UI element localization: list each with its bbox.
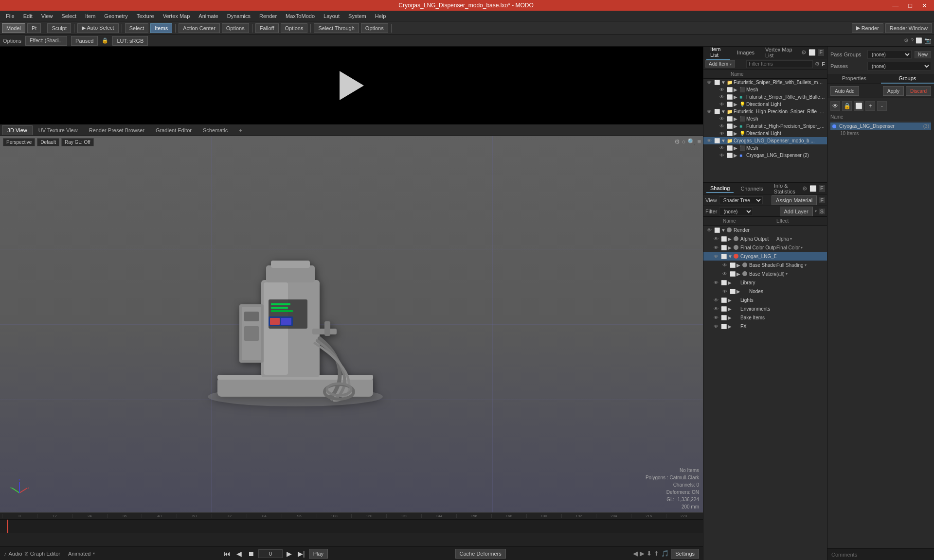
- shader-vis-fc[interactable]: 👁: [712, 245, 720, 250]
- vis-render-m2[interactable]: ⬜: [726, 116, 734, 122]
- tree-item-group3[interactable]: 👁 ⬜ ▼ 📁 Cryogas_LNG_Dispenser_modo_b ...: [703, 137, 827, 144]
- pb-icon3[interactable]: ⬇: [647, 550, 652, 557]
- shader-library[interactable]: 👁 ⬜ ▶ Library: [703, 278, 827, 287]
- shader-vis-fc2[interactable]: ⬜: [720, 245, 728, 250]
- shader-base-material[interactable]: 👁 ⬜ ▶ Base Material (all) ▾: [703, 269, 827, 278]
- cache-deformers-btn[interactable]: Cache Deformers: [455, 549, 506, 559]
- groups-lock-btn[interactable]: 🔒: [842, 101, 852, 111]
- fc-dropdown[interactable]: ▾: [801, 245, 803, 250]
- tab-images[interactable]: Images: [733, 49, 758, 56]
- sculpt-button[interactable]: Sculpt: [47, 23, 71, 33]
- select-button[interactable]: Select: [125, 23, 149, 33]
- expand-i3[interactable]: ▶: [734, 153, 739, 158]
- expand-arrow-1[interactable]: ▼: [721, 80, 727, 85]
- vis-render-i3[interactable]: ⬜: [726, 153, 734, 158]
- shader-vis-alpha[interactable]: 👁: [712, 236, 720, 242]
- tab-groups[interactable]: Groups: [881, 74, 934, 84]
- shader-bake-items[interactable]: 👁 ⬜ ▶ Bake Items: [703, 313, 827, 322]
- items-button[interactable]: Items: [150, 23, 172, 33]
- groups-collapse-btn[interactable]: -: [877, 101, 887, 111]
- options2-button[interactable]: Options: [281, 23, 308, 33]
- vis-eye-m1[interactable]: 👁: [718, 87, 726, 92]
- shader-expand-bake[interactable]: ▶: [728, 315, 734, 320]
- shading-maximize-icon[interactable]: ⬜: [809, 185, 817, 192]
- vis-eye-i1[interactable]: 👁: [718, 94, 726, 100]
- menu-render[interactable]: Render: [255, 12, 281, 20]
- add-item-button[interactable]: Add Item ▾: [705, 60, 735, 68]
- animated-label[interactable]: Animated: [68, 551, 90, 557]
- new-pass-btn[interactable]: New: [915, 51, 931, 58]
- shader-vis-render[interactable]: 👁: [705, 228, 713, 233]
- passes-select[interactable]: (none): [867, 62, 931, 70]
- expand-g3[interactable]: ▼: [721, 138, 727, 143]
- shader-tree-select[interactable]: Shader Tree: [719, 196, 763, 204]
- shader-expand-env[interactable]: ▶: [728, 306, 734, 312]
- filter-items-input[interactable]: [746, 60, 813, 68]
- settings-btn[interactable]: Settings: [671, 549, 699, 559]
- audio-label[interactable]: Audio: [9, 551, 22, 557]
- shader-vis-env[interactable]: 👁: [712, 306, 720, 312]
- vis-eye-l2[interactable]: 👁: [718, 131, 726, 136]
- current-frame-input[interactable]: [258, 549, 283, 558]
- ray-gl-button[interactable]: Ray GL: Off: [61, 138, 94, 146]
- vis-eye-1[interactable]: 👁: [705, 80, 713, 85]
- vp-look-icon[interactable]: ○: [682, 138, 686, 145]
- maximize-viewport-icon[interactable]: ⬜: [916, 37, 922, 44]
- paused-button[interactable]: Paused: [71, 36, 98, 46]
- graph-editor-label[interactable]: Graph Editor: [30, 551, 60, 557]
- shader-vis-render2[interactable]: ⬜: [713, 228, 721, 233]
- groups-eye-btn[interactable]: 👁: [830, 101, 840, 111]
- shader-vis-fx[interactable]: 👁: [712, 324, 720, 329]
- menu-texture[interactable]: Texture: [133, 12, 158, 20]
- play-fwd-btn[interactable]: ▶: [285, 550, 294, 558]
- menu-geometry[interactable]: Geometry: [100, 12, 131, 20]
- expand-m3[interactable]: ▶: [734, 145, 739, 151]
- expand-g2[interactable]: ▼: [721, 109, 727, 114]
- skip-start-btn[interactable]: ⏮: [222, 550, 233, 558]
- viewport-3d[interactable]: Perspective Default Ray GL: Off ⚙ ○ 🔍 ≡: [0, 136, 703, 512]
- menu-vertex-map[interactable]: Vertex Map: [159, 12, 194, 20]
- bm-dropdown[interactable]: ▾: [786, 272, 788, 276]
- play-label-btn[interactable]: Play: [309, 549, 328, 559]
- tree-item-item3[interactable]: 👁 ⬜ ▶ ■ Cryogas_LNG_Dispenser (2): [703, 152, 827, 159]
- shading-s-key[interactable]: S: [819, 209, 825, 214]
- expand-l2[interactable]: ▶: [734, 131, 739, 136]
- shading-f-icon[interactable]: F: [819, 185, 825, 192]
- stop-btn[interactable]: ⏹: [246, 550, 256, 558]
- add-layer-dropdown[interactable]: ▾: [815, 209, 817, 213]
- tab-gradient-editor[interactable]: Gradient Editor: [150, 125, 197, 135]
- shader-render[interactable]: 👁 ⬜ ▼ Render: [703, 226, 827, 234]
- menu-item[interactable]: Item: [81, 12, 99, 20]
- menu-maxtomodo[interactable]: MaxToModo: [282, 12, 319, 20]
- shader-expand-fx[interactable]: ▶: [728, 324, 734, 329]
- vis-render-3[interactable]: ⬜: [713, 138, 721, 143]
- options1-button[interactable]: Options: [222, 23, 249, 33]
- select-through-button[interactable]: Select Through: [314, 23, 359, 33]
- lut-button[interactable]: LUT: sRGB: [112, 36, 148, 46]
- effect-button[interactable]: Effect: (Shadi...: [25, 36, 67, 46]
- next-frame-btn[interactable]: ▶|: [296, 550, 307, 558]
- filter-f-icon[interactable]: F: [822, 61, 825, 67]
- shader-alpha-output[interactable]: 👁 ⬜ ▶ Alpha Output Alpha ▾: [703, 234, 827, 243]
- shader-vis-cryogas2[interactable]: ⬜: [720, 254, 728, 259]
- shader-expand-fc[interactable]: ▶: [728, 245, 734, 250]
- assign-material-button[interactable]: Assign Material: [772, 195, 817, 205]
- pt-button[interactable]: Pt: [27, 23, 41, 33]
- alpha-dropdown[interactable]: ▾: [790, 237, 792, 241]
- shader-vis-bm2[interactable]: ⬜: [729, 271, 736, 277]
- shader-vis-cryogas[interactable]: 👁: [712, 254, 720, 259]
- tab-add-icon[interactable]: +: [234, 125, 247, 135]
- pb-icon2[interactable]: ▶: [640, 550, 645, 557]
- tree-item-item2[interactable]: 👁 ⬜ ▶ ■ Futuristic_High-Precision_Sniper…: [703, 122, 827, 130]
- menu-help[interactable]: Help: [371, 12, 390, 20]
- pass-groups-select[interactable]: (none): [867, 50, 912, 59]
- model-button[interactable]: Model: [2, 23, 25, 33]
- settings-panel-icon[interactable]: ⚙: [801, 49, 807, 56]
- filter-settings-icon[interactable]: ⚙: [815, 61, 820, 67]
- play-button[interactable]: [340, 71, 364, 100]
- pb-icon4[interactable]: ⬆: [654, 550, 659, 557]
- shader-expand-lib[interactable]: ▶: [728, 280, 734, 285]
- menu-dynamics[interactable]: Dynamics: [223, 12, 254, 20]
- vis-render-2[interactable]: ⬜: [713, 109, 721, 114]
- filter-select[interactable]: (none): [719, 208, 753, 215]
